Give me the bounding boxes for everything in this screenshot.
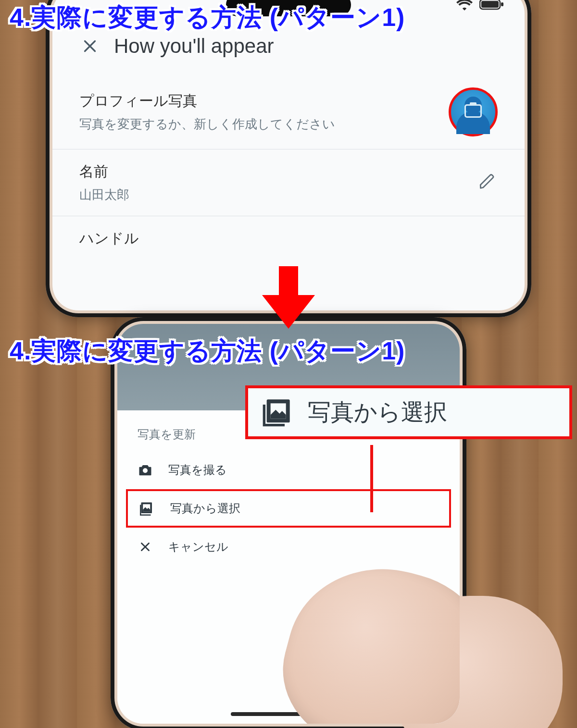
down-arrow-icon: [262, 266, 315, 329]
pencil-icon: [478, 173, 498, 192]
caption-top: 4.実際に変更する方法 (パターン1): [10, 1, 405, 35]
take-photo-option[interactable]: 写真を撮る: [117, 451, 460, 489]
handle-row[interactable]: ハンドル: [52, 216, 525, 266]
callout-box: 写真から選択: [245, 385, 572, 439]
wifi-icon: [456, 0, 473, 11]
profile-photo-label: プロフィール写真: [79, 91, 449, 111]
camera-icon: [138, 462, 153, 478]
page-title: How you'll appear: [114, 35, 274, 58]
camera-icon: [464, 104, 482, 118]
phone-frame-bottom: 写真を更新 写真を撮る 写真から選択 キャンセル: [111, 317, 466, 728]
svg-point-3: [143, 468, 148, 473]
callout-connector: [370, 445, 373, 512]
image-icon: [139, 501, 155, 516]
svg-rect-1: [481, 1, 499, 8]
profile-photo-subtitle: 写真を変更するか、新しく作成してください: [79, 116, 449, 133]
close-icon: [138, 539, 153, 555]
battery-icon: [479, 0, 504, 11]
take-photo-label: 写真を撮る: [168, 462, 227, 478]
profile-photo-row[interactable]: プロフィール写真 写真を変更するか、新しく作成してください: [52, 75, 525, 149]
handle-label: ハンドル: [79, 229, 498, 248]
avatar-edit-button[interactable]: [449, 87, 498, 136]
close-button[interactable]: [79, 36, 100, 57]
status-bar: [456, 0, 504, 11]
callout-label: 写真から選択: [308, 397, 447, 428]
svg-rect-2: [501, 2, 503, 6]
cancel-option[interactable]: キャンセル: [117, 528, 460, 566]
name-value: 山田太郎: [79, 186, 478, 203]
name-row[interactable]: 名前 山田太郎: [52, 149, 525, 216]
cancel-label: キャンセル: [168, 539, 228, 555]
choose-from-photos-option[interactable]: 写真から選択: [126, 489, 451, 528]
choose-from-photos-label: 写真から選択: [170, 501, 240, 516]
name-label: 名前: [79, 162, 478, 182]
image-icon: [262, 397, 292, 428]
caption-bottom: 4.実際に変更する方法 (パターン1): [10, 334, 405, 368]
